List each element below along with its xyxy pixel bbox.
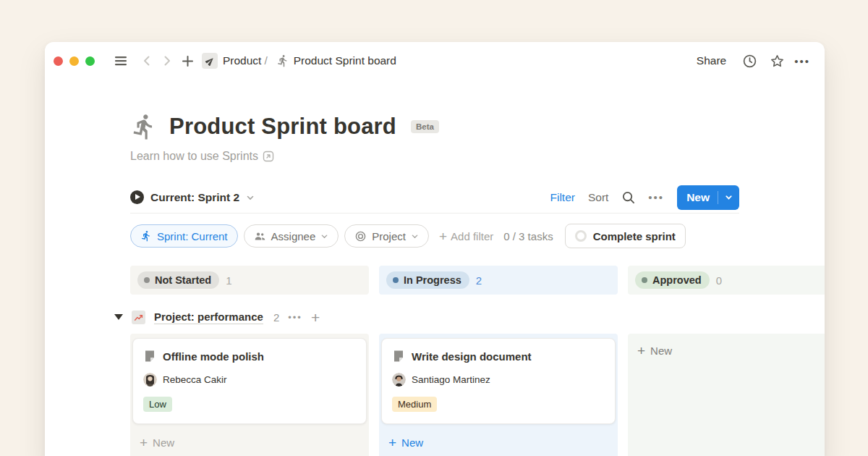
nav-forward-icon[interactable] [157, 51, 177, 71]
workspace-icon[interactable] [202, 53, 218, 69]
filter-button[interactable]: Filter [550, 191, 574, 204]
chart-icon [132, 311, 145, 324]
breadcrumb-workspace[interactable]: Product [223, 54, 261, 67]
assignee-name: Rebecca Cakir [163, 374, 227, 385]
people-icon [254, 230, 266, 242]
add-card-label: New [650, 345, 672, 357]
sprint-view-label: Current: Sprint 2 [150, 191, 239, 204]
minimize-window-button[interactable] [69, 56, 79, 66]
column-header-in-progress: In Progress 2 [379, 266, 618, 295]
column-count: 0 [716, 274, 722, 287]
task-card-offline-mode-polish[interactable]: Offline mode polish Rebecca Cakir Low [132, 338, 367, 424]
group-header: Project: performance 2 ••• + [45, 300, 825, 334]
view-toolbar: Current: Sprint 2 Filter Sort ••• New [130, 182, 739, 214]
group-options-icon[interactable]: ••• [288, 312, 302, 323]
tasks-progress: 0 / 3 tasks [503, 230, 553, 242]
plus-icon: + [140, 436, 148, 449]
priority-tag: Medium [392, 397, 437, 412]
breadcrumb-separator: / [264, 54, 267, 67]
column-bodies: Offline mode polish Rebecca Cakir Low + … [130, 334, 825, 456]
avatar [392, 373, 406, 387]
card-title: Write design document [412, 350, 532, 363]
group-add-icon[interactable]: + [311, 310, 320, 325]
external-link-icon [263, 151, 274, 162]
chip-assignee[interactable]: Assignee [244, 224, 339, 248]
beta-badge: Beta [411, 120, 439, 133]
sprint-view-selector[interactable]: Current: Sprint 2 [130, 190, 255, 204]
column-header-approved: Approved 0 [628, 266, 825, 295]
status-pill[interactable]: In Progress [386, 271, 469, 289]
column-approved: + New [628, 334, 825, 456]
add-card-label: New [401, 436, 423, 449]
complete-sprint-button[interactable]: Complete sprint [565, 224, 686, 248]
page-doc-icon [392, 350, 405, 363]
new-page-icon[interactable] [177, 51, 197, 71]
add-card-button-in-progress[interactable]: + New [388, 436, 423, 449]
status-dot-icon [642, 277, 647, 283]
traffic-lights [54, 56, 95, 66]
sidebar-menu-icon[interactable] [111, 51, 131, 71]
column-headers: Not Started 1 In Progress 2 Approved 0 [130, 266, 825, 295]
add-filter-button[interactable]: + Add filter [439, 229, 493, 243]
add-card-button-approved[interactable]: + New [637, 344, 672, 358]
chip-label: Assignee [271, 230, 316, 242]
page-header: Product Sprint board Beta [130, 113, 739, 140]
assignee-name: Santiago Martinez [412, 374, 490, 385]
column-count: 2 [476, 274, 482, 287]
column-in-progress: Write design document Santiago Martinez … [379, 334, 618, 456]
column-header-not-started: Not Started 1 [130, 266, 369, 295]
app-window: Product / Product Sprint board Share •••… [45, 42, 825, 456]
chip-project[interactable]: Project [344, 224, 429, 248]
avatar [143, 373, 157, 387]
status-label: In Progress [404, 274, 461, 286]
collapse-triangle-icon[interactable] [114, 314, 123, 320]
add-card-button-not-started[interactable]: + New [140, 436, 174, 449]
share-button[interactable]: Share [691, 51, 732, 70]
chevron-down-icon [246, 193, 255, 202]
sort-button[interactable]: Sort [588, 191, 608, 204]
zoom-window-button[interactable] [85, 56, 95, 66]
more-options-icon[interactable]: ••• [794, 55, 810, 67]
filter-bar: Sprint: Current Assignee Project [130, 224, 739, 248]
status-label: Not Started [155, 274, 211, 286]
add-filter-label: Add filter [451, 230, 493, 242]
runner-icon [276, 54, 289, 67]
status-dot-icon [144, 277, 150, 283]
new-task-chevron-icon[interactable] [718, 193, 739, 201]
toolbar-actions: Filter Sort ••• New [550, 185, 739, 210]
group-title-link[interactable]: Project: performance [154, 311, 263, 324]
chevron-down-icon [320, 232, 328, 240]
play-circle-icon [130, 190, 144, 204]
learn-link-label: Learn how to use Sprints [130, 150, 258, 163]
progress-ring-icon [575, 230, 587, 242]
learn-link[interactable]: Learn how to use Sprints [130, 150, 274, 163]
column-not-started: Offline mode polish Rebecca Cakir Low + … [130, 334, 369, 456]
task-card-write-design-document[interactable]: Write design document Santiago Martinez … [381, 338, 616, 424]
column-count: 1 [226, 274, 231, 287]
nav-back-icon[interactable] [137, 51, 157, 71]
plus-icon: + [388, 436, 396, 449]
plus-icon: + [439, 229, 447, 243]
plus-icon: + [637, 344, 645, 358]
runner-icon [140, 230, 152, 242]
breadcrumb-page[interactable]: Product Sprint board [294, 54, 396, 67]
kanban-board: Not Started 1 In Progress 2 Approved 0 [45, 266, 825, 456]
close-window-button[interactable] [54, 56, 63, 66]
complete-sprint-label: Complete sprint [593, 230, 676, 242]
page-doc-icon [143, 350, 156, 363]
status-pill[interactable]: Not Started [137, 271, 219, 289]
chevron-down-icon [411, 232, 419, 240]
updates-clock-icon[interactable] [739, 51, 760, 71]
page-runner-icon[interactable] [130, 113, 158, 140]
new-task-button[interactable]: New [677, 185, 739, 210]
window-titlebar: Product / Product Sprint board Share ••• [45, 42, 825, 80]
priority-tag: Low [143, 397, 172, 412]
target-icon [354, 230, 367, 242]
chip-sprint-current[interactable]: Sprint: Current [130, 224, 238, 248]
view-options-icon[interactable]: ••• [648, 191, 664, 203]
search-icon[interactable] [621, 190, 635, 204]
chip-label: Sprint: Current [157, 230, 228, 242]
status-pill[interactable]: Approved [635, 271, 710, 289]
favorite-star-icon[interactable] [767, 51, 787, 71]
topbar-actions: Share ••• [691, 51, 810, 71]
